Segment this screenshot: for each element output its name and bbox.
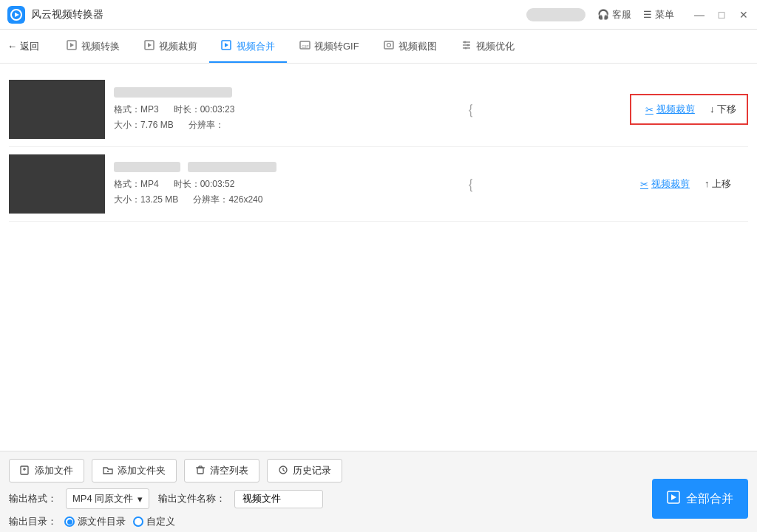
merge-all-btn[interactable]: 全部合并 <box>652 479 748 519</box>
scissors-icon-1: ✂ <box>645 104 654 115</box>
trash-icon <box>195 465 206 477</box>
down-btn-1[interactable]: ↓ 下移 <box>707 103 736 116</box>
svg-text:GIF: GIF <box>302 44 309 49</box>
svg-marker-5 <box>148 43 152 47</box>
up-label-2: ↑ 上移 <box>705 177 731 191</box>
clip-label-1: 视频裁剪 <box>656 103 695 116</box>
output-filename-input[interactable] <box>234 490 323 508</box>
file-actions-2: ✂ 视频裁剪 ↑ 上移 <box>630 170 748 198</box>
tab-video-gif-icon: GIF <box>299 39 310 53</box>
file-meta-2: 格式：MP4 时长：00:03:52 <box>114 178 630 191</box>
custom-dir-radio[interactable] <box>133 516 143 527</box>
customer-service-btn[interactable]: 🎧 客服 <box>597 8 631 21</box>
tab-video-clip-icon <box>143 39 155 53</box>
app-title: 风云视频转换器 <box>31 8 103 21</box>
title-bar: 风云视频转换器 🎧 客服 ☰ 菜单 — □ ✕ <box>0 0 757 30</box>
output-format-label: 输出格式： <box>9 492 57 505</box>
tab-video-merge-label: 视频合并 <box>237 40 275 53</box>
menu-label: 菜单 <box>655 8 674 21</box>
history-btn[interactable]: 历史记录 <box>267 459 342 482</box>
source-dir-radio[interactable] <box>64 516 75 527</box>
file-thumbnail-2 <box>9 154 105 214</box>
action-row-1: ✂ 视频裁剪 ↓ 下移 <box>645 103 736 116</box>
file-info-1: 格式：MP3 时长：00:03:23 大小：7.76 MB 分辨率： <box>114 87 630 132</box>
clip-link-2[interactable]: ✂ 视频裁剪 <box>640 177 690 191</box>
svg-rect-23 <box>197 468 203 474</box>
user-avatar <box>526 8 585 21</box>
title-bar-left: 风云视频转换器 <box>7 6 526 24</box>
menu-icon: ☰ <box>643 9 652 20</box>
clear-list-label: 清空列表 <box>210 464 248 477</box>
file2-format: 格式：MP4 <box>114 178 159 191</box>
output-filename-label: 输出文件名称： <box>158 492 225 505</box>
file2-duration: 时长：00:03:52 <box>174 178 235 191</box>
title-bar-right: 🎧 客服 ☰ 菜单 — □ ✕ <box>526 8 750 21</box>
tab-video-optimize-label: 视频优化 <box>476 40 515 53</box>
file-item-1: 格式：MP3 时长：00:03:23 大小：7.76 MB 分辨率： ｛ ✂ 视… <box>9 72 748 147</box>
file-actions-1: ✂ 视频裁剪 ↓ 下移 <box>630 94 748 125</box>
source-dir-radio-label[interactable]: 源文件目录 <box>64 515 126 528</box>
scissors-icon-2: ✂ <box>640 179 648 190</box>
window-controls: — □ ✕ <box>693 9 750 21</box>
file1-resolution: 分辨率： <box>189 119 224 132</box>
custom-dir-label: 自定义 <box>146 515 175 528</box>
add-file-btn[interactable]: 添加文件 <box>9 459 84 482</box>
bottom-bar: 添加文件 添加文件夹 清空列表 <box>0 451 757 532</box>
back-arrow-icon: ← <box>7 41 17 52</box>
svg-point-17 <box>464 47 466 50</box>
add-folder-btn[interactable]: 添加文件夹 <box>92 459 177 482</box>
tab-video-clip-label: 视频裁剪 <box>159 40 197 53</box>
main-content: 格式：MP3 时长：00:03:23 大小：7.76 MB 分辨率： ｛ ✂ 视… <box>0 64 757 451</box>
action-row-2: ✂ 视频裁剪 ↑ 上移 <box>640 177 738 191</box>
clip-label-2: 视频裁剪 <box>651 177 690 191</box>
down-label-1: ↓ 下移 <box>710 103 736 116</box>
up-btn-2[interactable]: ↑ 上移 <box>702 177 731 191</box>
clip-link-1[interactable]: ✂ 视频裁剪 <box>645 103 695 116</box>
add-folder-label: 添加文件夹 <box>118 464 166 477</box>
svg-marker-1 <box>15 13 19 17</box>
back-button[interactable]: ← 返回 <box>7 40 54 53</box>
svg-marker-30 <box>671 494 676 500</box>
file-thumbnail-1 <box>9 80 105 139</box>
tab-video-screenshot[interactable]: 视频截图 <box>371 30 449 63</box>
file1-duration: 时长：00:03:23 <box>174 103 235 116</box>
file-meta-2b: 大小：13.25 MB 分辨率：426x240 <box>114 194 630 206</box>
file-list: 格式：MP3 时长：00:03:23 大小：7.76 MB 分辨率： ｛ ✂ 视… <box>9 72 748 222</box>
bottom-row1: 添加文件 添加文件夹 清空列表 <box>9 459 748 482</box>
tab-video-gif[interactable]: GIF 视频转GIF <box>287 30 371 63</box>
add-file-label: 添加文件 <box>35 464 73 477</box>
tab-video-clip[interactable]: 视频裁剪 <box>132 30 209 63</box>
history-icon <box>278 465 288 477</box>
file-meta-1: 格式：MP3 时长：00:03:23 <box>114 103 630 116</box>
maximize-btn[interactable]: □ <box>716 9 727 21</box>
file-info-2: 格式：MP4 时长：00:03:52 大小：13.25 MB 分辨率：426x2… <box>114 162 630 206</box>
merge-all-label: 全部合并 <box>686 491 733 507</box>
file2-size: 大小：13.25 MB <box>114 194 178 206</box>
custom-dir-radio-label[interactable]: 自定义 <box>133 515 175 528</box>
clear-list-btn[interactable]: 清空列表 <box>184 459 259 482</box>
file2-resolution: 分辨率：426x240 <box>193 194 262 206</box>
svg-point-16 <box>466 44 469 47</box>
file-name-bar-1 <box>114 87 232 98</box>
chevron-down-icon: ▾ <box>138 494 143 505</box>
add-folder-icon <box>103 465 113 477</box>
customer-service-label: 客服 <box>612 8 631 21</box>
tab-video-convert[interactable]: 视频转换 <box>54 30 132 63</box>
file-item-2: 格式：MP4 时长：00:03:52 大小：13.25 MB 分辨率：426x2… <box>9 147 748 222</box>
source-dir-label: 源文件目录 <box>78 515 126 528</box>
nav-tabs: 视频转换 视频裁剪 视频合并 <box>54 30 526 63</box>
tab-video-screenshot-icon <box>383 39 395 53</box>
tab-video-merge[interactable]: 视频合并 <box>209 30 287 63</box>
svg-point-11 <box>387 44 390 47</box>
file1-format: 格式：MP3 <box>114 103 159 116</box>
menu-btn[interactable]: ☰ 菜单 <box>643 8 674 21</box>
close-btn[interactable]: ✕ <box>738 9 750 21</box>
file-meta-1b: 大小：7.76 MB 分辨率： <box>114 119 630 132</box>
output-format-select[interactable]: MP4 同原文件 ▾ <box>66 488 149 509</box>
file-name-bar-2a <box>114 162 180 172</box>
tab-video-optimize[interactable]: 视频优化 <box>449 30 526 63</box>
connector-2: ｛ <box>460 174 475 194</box>
add-file-icon <box>20 465 30 477</box>
minimize-btn[interactable]: — <box>693 9 705 21</box>
tab-video-convert-icon <box>66 39 78 53</box>
